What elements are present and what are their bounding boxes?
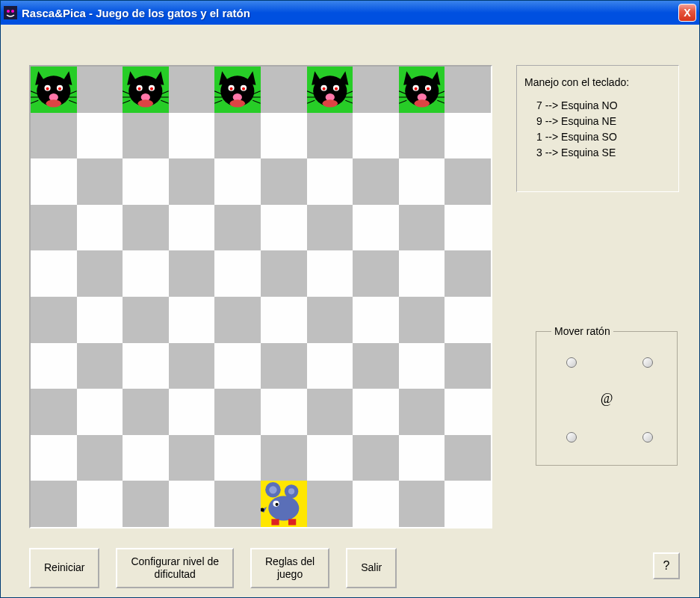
board-cell[interactable] bbox=[307, 250, 353, 297]
board-cell[interactable] bbox=[214, 250, 261, 297]
board-cell[interactable] bbox=[214, 481, 261, 527]
board-cell[interactable] bbox=[214, 389, 261, 435]
board-cell[interactable] bbox=[123, 158, 169, 205]
board-cell[interactable] bbox=[214, 205, 261, 251]
move-nw-radio[interactable] bbox=[566, 357, 577, 368]
board-cell[interactable] bbox=[31, 481, 77, 527]
board-cell[interactable] bbox=[31, 297, 77, 343]
board-cell[interactable] bbox=[261, 389, 307, 435]
board-cell[interactable] bbox=[353, 250, 399, 297]
board-cell[interactable] bbox=[214, 435, 261, 481]
board-cell[interactable] bbox=[123, 435, 169, 481]
board-cell[interactable] bbox=[77, 343, 123, 389]
close-button[interactable]: X bbox=[678, 4, 696, 22]
board-cell[interactable] bbox=[399, 481, 445, 527]
board-cell[interactable] bbox=[169, 205, 215, 251]
board-cell[interactable] bbox=[123, 205, 169, 251]
board-cell[interactable] bbox=[445, 481, 491, 527]
board-cell[interactable] bbox=[261, 297, 307, 343]
configure-button[interactable]: Configurar nivel de dificultad bbox=[116, 548, 234, 588]
board-cell[interactable] bbox=[214, 158, 261, 205]
board-cell[interactable] bbox=[169, 297, 215, 343]
board-cell[interactable] bbox=[169, 343, 215, 389]
board-cell[interactable] bbox=[307, 67, 353, 113]
board-cell[interactable] bbox=[123, 67, 169, 113]
board-cell[interactable] bbox=[353, 67, 399, 113]
board-cell[interactable] bbox=[261, 250, 307, 297]
board-cell[interactable] bbox=[77, 389, 123, 435]
board-cell[interactable] bbox=[261, 343, 307, 389]
board-cell[interactable] bbox=[307, 435, 353, 481]
board-cell[interactable] bbox=[77, 435, 123, 481]
board-cell[interactable] bbox=[77, 113, 123, 159]
board-cell[interactable] bbox=[445, 435, 491, 481]
board-cell[interactable] bbox=[31, 435, 77, 481]
board-cell[interactable] bbox=[399, 250, 445, 297]
board-cell[interactable] bbox=[123, 343, 169, 389]
board-cell[interactable] bbox=[445, 389, 491, 435]
board-cell[interactable] bbox=[399, 67, 445, 113]
board-cell[interactable] bbox=[169, 113, 215, 159]
board-cell[interactable] bbox=[169, 435, 215, 481]
board-cell[interactable] bbox=[353, 158, 399, 205]
move-se-radio[interactable] bbox=[642, 432, 653, 443]
board-cell[interactable] bbox=[31, 343, 77, 389]
board-cell[interactable] bbox=[307, 113, 353, 159]
board-cell[interactable] bbox=[399, 389, 445, 435]
board-cell[interactable] bbox=[307, 205, 353, 251]
board-cell[interactable] bbox=[123, 113, 169, 159]
board-cell[interactable] bbox=[445, 343, 491, 389]
board-cell[interactable] bbox=[445, 67, 491, 113]
board-cell[interactable] bbox=[31, 250, 77, 297]
board-cell[interactable] bbox=[77, 158, 123, 205]
board-cell[interactable] bbox=[77, 250, 123, 297]
board-cell[interactable] bbox=[307, 158, 353, 205]
board-cell[interactable] bbox=[31, 205, 77, 251]
board-cell[interactable] bbox=[307, 481, 353, 527]
board-cell[interactable] bbox=[399, 435, 445, 481]
board-cell[interactable] bbox=[353, 297, 399, 343]
board-cell[interactable] bbox=[445, 158, 491, 205]
board-cell[interactable] bbox=[31, 67, 77, 113]
board-cell[interactable] bbox=[353, 481, 399, 527]
move-sw-radio[interactable] bbox=[566, 432, 577, 443]
board-cell[interactable] bbox=[445, 250, 491, 297]
board-cell[interactable] bbox=[353, 113, 399, 159]
game-board[interactable] bbox=[31, 67, 491, 527]
board-cell[interactable] bbox=[261, 435, 307, 481]
board-cell[interactable] bbox=[399, 113, 445, 159]
board-cell[interactable] bbox=[77, 481, 123, 527]
board-cell[interactable] bbox=[169, 67, 215, 113]
board-cell[interactable] bbox=[77, 205, 123, 251]
exit-button[interactable]: Salir bbox=[346, 548, 397, 588]
board-cell[interactable] bbox=[445, 205, 491, 251]
move-ne-radio[interactable] bbox=[642, 357, 653, 368]
board-cell[interactable] bbox=[307, 297, 353, 343]
board-cell[interactable] bbox=[261, 113, 307, 159]
board-cell[interactable] bbox=[399, 158, 445, 205]
board-cell[interactable] bbox=[123, 250, 169, 297]
board-cell[interactable] bbox=[214, 343, 261, 389]
board-cell[interactable] bbox=[307, 389, 353, 435]
board-cell[interactable] bbox=[307, 343, 353, 389]
board-cell[interactable] bbox=[353, 389, 399, 435]
board-cell[interactable] bbox=[261, 205, 307, 251]
board-cell[interactable] bbox=[31, 389, 77, 435]
board-cell[interactable] bbox=[261, 158, 307, 205]
restart-button[interactable]: Reiniciar bbox=[29, 548, 99, 588]
board-cell[interactable] bbox=[169, 158, 215, 205]
board-cell[interactable] bbox=[353, 343, 399, 389]
board-cell[interactable] bbox=[169, 389, 215, 435]
board-cell[interactable] bbox=[77, 67, 123, 113]
board-cell[interactable] bbox=[123, 389, 169, 435]
help-button[interactable]: ? bbox=[653, 552, 680, 579]
board-cell[interactable] bbox=[169, 250, 215, 297]
board-cell[interactable] bbox=[353, 435, 399, 481]
board-cell[interactable] bbox=[261, 481, 307, 527]
board-cell[interactable] bbox=[399, 205, 445, 251]
board-cell[interactable] bbox=[399, 343, 445, 389]
board-cell[interactable] bbox=[445, 113, 491, 159]
board-cell[interactable] bbox=[169, 481, 215, 527]
board-cell[interactable] bbox=[214, 67, 261, 113]
board-cell[interactable] bbox=[214, 113, 261, 159]
